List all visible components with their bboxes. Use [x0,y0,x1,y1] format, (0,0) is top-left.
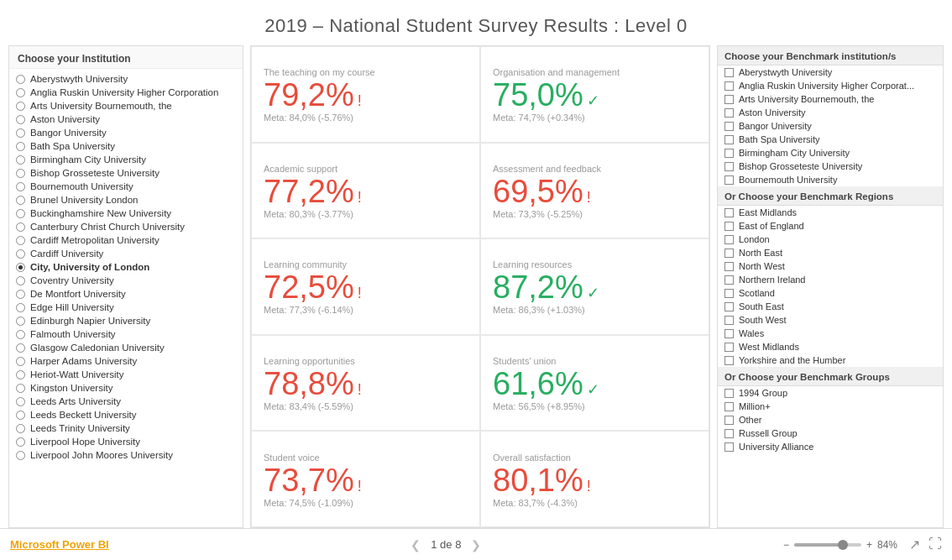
institution-item[interactable]: Brunel University London [9,193,243,207]
metric-value: 73,7% [264,464,354,496]
zoom-plus[interactable]: + [866,539,872,551]
benchmark-institution-item[interactable]: Arts University Bournemouth, the [718,92,943,106]
institution-item[interactable]: Aston University [9,113,243,126]
institution-item[interactable]: Liverpool Hope University [9,435,243,448]
institution-item[interactable]: Liverpool John Moores University [9,448,243,462]
radio-button [16,424,25,433]
benchmark-region-item[interactable]: North East [718,246,943,259]
institution-item[interactable]: Kingston University [9,381,243,395]
benchmark-region-item[interactable]: South East [718,300,943,313]
benchmark-region-item[interactable]: West Midlands [718,340,943,353]
zoom-level: 84% [877,539,897,551]
benchmark-region-item[interactable]: North West [718,259,943,273]
radio-button [16,384,25,393]
benchmark-institution-item[interactable]: Bournemouth University [718,173,943,186]
metric-card-students-union: Students' union61,6%✓Meta: 56,5% (+8.95%… [480,335,709,432]
institution-name: Buckinghamshire New University [30,208,171,218]
benchmark-institution-item[interactable]: Bangor University [718,119,943,133]
institution-item[interactable]: Cardiff University [9,247,243,260]
region-checkbox [724,302,734,311]
institution-item[interactable]: Birmingham City University [9,153,243,166]
region-checkbox [724,222,734,231]
benchmark-group-item[interactable]: Other [718,413,943,427]
benchmark-institution-item[interactable]: Birmingham City University [718,146,943,160]
benchmark-checkbox [724,95,734,104]
institution-item[interactable]: Anglia Ruskin University Higher Corporat… [9,86,243,99]
radio-button [16,330,25,339]
prev-page-button[interactable]: ❮ [407,536,424,553]
benchmark-institution-item[interactable]: Bishop Grosseteste University [718,160,943,173]
benchmark-region-item[interactable]: Scotland [718,286,943,300]
page-title-bar: 2019 – National Student Survey Results :… [0,0,952,45]
benchmark-groups-header: Or Choose your Benchmark Groups [718,367,943,386]
benchmark-region-item[interactable]: East of England [718,219,943,233]
metric-meta: Meta: 80,3% (-3.77%) [264,209,468,219]
radio-button [16,236,25,245]
next-page-button[interactable]: ❯ [468,536,484,553]
institution-item[interactable]: Aberystwyth University [9,72,243,86]
institution-item[interactable]: Edge Hill University [9,301,243,314]
metric-indicator: ! [358,381,362,399]
institution-panel-header: Choose your Institution [9,46,243,69]
institution-item[interactable]: Canterbury Christ Church University [9,220,243,233]
benchmark-group-item[interactable]: 1994 Group [718,386,943,400]
institution-item[interactable]: Heriot-Watt University [9,368,243,381]
institution-item[interactable]: Glasgow Caledonian University [9,341,243,354]
radio-button [16,142,25,151]
benchmark-institution-name: Aberystwyth University [739,67,832,77]
benchmark-institution-header: Choose your Benchmark institution/s [718,46,943,65]
institution-item[interactable]: Leeds Beckett University [9,408,243,421]
institution-item[interactable]: Bournemouth University [9,180,243,193]
benchmark-region-item[interactable]: Yorkshire and the Humber [718,353,943,367]
institution-item[interactable]: Leeds Arts University [9,395,243,408]
metric-card-learning-opportunities: Learning opportunities78,8%!Meta: 83,4% … [251,335,480,432]
radio-button [16,370,25,379]
metric-label: The teaching on my course [264,67,468,77]
benchmark-group-item[interactable]: Russell Group [718,427,943,440]
metric-indicator: ! [587,478,591,495]
benchmark-region-item[interactable]: London [718,233,943,246]
institution-item[interactable]: Bath Spa University [9,139,243,153]
institution-item[interactable]: Bishop Grosseteste University [9,166,243,180]
institution-item[interactable]: Coventry University [9,274,243,287]
benchmark-region-item[interactable]: South West [718,313,943,327]
radio-button [16,343,25,353]
powerbi-brand-link[interactable]: Microsoft Power BI [10,538,109,551]
benchmark-institution-item[interactable]: Aberystwyth University [718,65,943,79]
metric-label: Overall satisfaction [493,453,697,463]
benchmark-institution-item[interactable]: Anglia Ruskin University Higher Corporat… [718,79,943,92]
zoom-slider[interactable] [794,543,861,547]
zoom-minus[interactable]: − [783,539,789,551]
institution-item[interactable]: Arts University Bournemouth, the [9,99,243,113]
benchmark-institution-item[interactable]: Bath Spa University [718,133,943,146]
institution-item[interactable]: Edinburgh Napier University [9,314,243,327]
metric-meta: Meta: 74,7% (+0.34%) [493,113,697,123]
zoom-controls: − + 84% [783,539,897,551]
benchmark-institution-item[interactable]: Aston University [718,106,943,119]
institution-name: Heriot-Watt University [30,369,123,379]
institution-item[interactable]: City, University of London [9,260,243,274]
radio-button [16,88,25,97]
institution-item[interactable]: Buckinghamshire New University [9,207,243,220]
benchmark-region-item[interactable]: East Midlands [718,206,943,219]
institution-item[interactable]: Falmouth University [9,327,243,341]
benchmark-region-item[interactable]: Northern Ireland [718,273,943,286]
metric-indicator: ✓ [587,380,599,399]
benchmark-region-item[interactable]: Wales [718,327,943,340]
institution-item[interactable]: Cardiff Metropolitan University [9,233,243,247]
metric-indicator: ! [358,92,362,110]
share-icon[interactable]: ↗ [909,536,920,552]
metric-value: 79,2% [264,79,354,111]
institution-item[interactable]: Bangor University [9,126,243,139]
benchmark-group-item[interactable]: Million+ [718,400,943,413]
fullscreen-icon[interactable]: ⛶ [928,536,942,552]
metric-label: Learning opportunities [264,356,468,366]
institution-item[interactable]: Leeds Trinity University [9,421,243,435]
region-name: South West [739,315,787,325]
group-checkbox [724,416,734,425]
institution-item[interactable]: De Montfort University [9,287,243,301]
benchmark-group-item[interactable]: University Alliance [718,440,943,453]
group-name: Other [739,415,762,425]
region-name: Northern Ireland [739,275,806,285]
institution-item[interactable]: Harper Adams University [9,354,243,368]
